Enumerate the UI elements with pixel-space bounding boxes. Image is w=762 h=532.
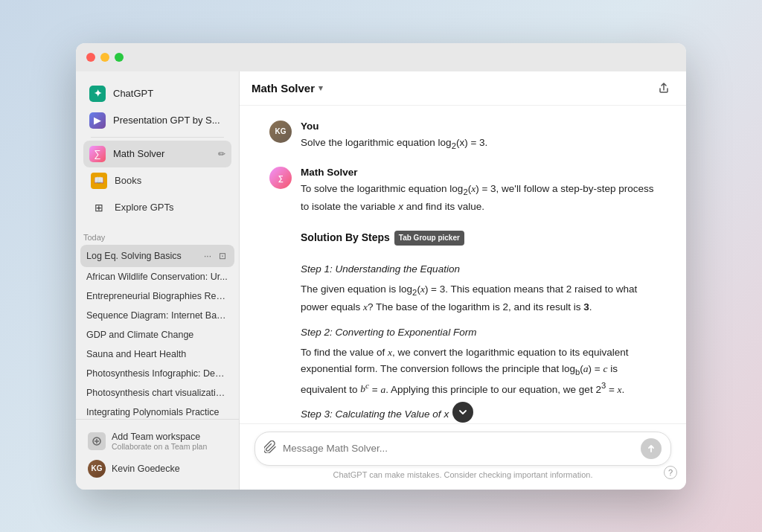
sidebar-item-explore[interactable]: ⊞ Explore GPTs (83, 194, 231, 221)
step-3-title: Step 3: Calculating the Value of x (301, 406, 656, 423)
bot-avatar: ∑ (269, 167, 292, 189)
more-icon[interactable]: ··· (202, 249, 214, 263)
attach-button[interactable] (264, 440, 277, 456)
user-avatar: KG (269, 121, 292, 143)
chat-input[interactable] (283, 443, 635, 454)
presentation-icon: ▶ (89, 112, 106, 129)
history-item-label: Photosynthesis Infographic: Desi... (86, 368, 228, 379)
sidebar-item-label: Presentation GPT by S... (113, 115, 220, 126)
solution-title-text: Solution By Steps (301, 229, 390, 246)
history-item-label: Integrating Polynomials Practice (86, 407, 228, 417)
add-team-label: Add Team workspace (112, 432, 207, 442)
history-item[interactable]: Sequence Diagram: Internet Basi... (80, 306, 234, 325)
step-1-title: Step 1: Understanding the Equation (301, 261, 656, 278)
solution-steps-title: Solution By Steps Tab Group picker (301, 229, 464, 246)
main-panel: Math Solver ▾ KG (240, 71, 686, 490)
title-text: Math Solver (252, 82, 315, 94)
user-item[interactable]: KG Kevin Goedecke (82, 455, 233, 482)
step-2-content: To find the value of x, we convert the l… (301, 344, 656, 397)
history-item[interactable]: Photosynthesis Infographic: Desi... (80, 364, 234, 383)
sidebar-item-label: ChatGPT (113, 88, 153, 99)
divider (91, 137, 224, 138)
new-chat-icon[interactable]: ⊡ (217, 249, 228, 263)
chat-history: Log Eq. Solving Basics ··· ⊡ African Wil… (76, 245, 239, 419)
sidebar-item-label: Explore GPTs (115, 202, 173, 213)
chevron-down-icon: ▾ (318, 83, 323, 93)
user-message: KG You Solve the logarithmic equation lo… (269, 121, 656, 153)
sidebar-item-chatgpt[interactable]: ✦ ChatGPT (83, 80, 231, 107)
history-item[interactable]: Entrepreneurial Biographies Reco... (80, 286, 234, 306)
history-item[interactable]: Log Eq. Solving Basics ··· ⊡ (80, 245, 234, 267)
history-item[interactable]: Photosynthesis chart visualization... (80, 383, 234, 403)
books-icon: 📖 (91, 173, 107, 189)
math-solver-icon: ∑ (89, 146, 106, 162)
bot-message-content: Math Solver To solve the logarithmic equ… (301, 167, 656, 423)
history-item-label: Sauna and Heart Health (86, 349, 228, 359)
history-item-label: Photosynthesis chart visualization... (86, 388, 228, 398)
main-wrapper: KG You Solve the logarithmic equation lo… (240, 106, 686, 490)
history-item[interactable]: Sauna and Heart Health (80, 344, 234, 364)
step-2-title: Step 2: Converting to Exponential Form (301, 324, 656, 341)
send-button[interactable] (641, 438, 662, 459)
user-message-content: You Solve the logarithmic equation log2(… (301, 121, 656, 153)
sidebar-item-presentation[interactable]: ▶ Presentation GPT by S... (83, 107, 231, 134)
close-button[interactable] (86, 53, 95, 62)
user-message-name: You (301, 121, 656, 132)
history-item-label: African Wildlife Conservation: Ur... (86, 272, 228, 282)
bot-message-name: Math Solver (301, 167, 656, 178)
help-button[interactable]: ? (664, 466, 677, 479)
maximize-button[interactable] (115, 53, 124, 62)
history-item[interactable]: Integrating Polynomials Practice (80, 403, 234, 419)
sidebar-item-books[interactable]: 📖 Books (83, 167, 231, 194)
today-label: Today (76, 227, 239, 245)
avatar: KG (88, 460, 106, 478)
history-item-label: Sequence Diagram: Internet Basi... (86, 310, 228, 321)
add-team-item[interactable]: Add Team workspace Collaborate on a Team… (82, 427, 233, 455)
add-team-text: Add Team workspace Collaborate on a Team… (112, 432, 207, 451)
bot-message-text: To solve the logarithmic equation log2(x… (301, 181, 656, 423)
titlebar (76, 43, 686, 71)
sidebar-item-math-solver[interactable]: ∑ Math Solver ✏ (83, 141, 231, 167)
chat-input-area: ChatGPT can make mistakes. Consider chec… (240, 423, 686, 490)
history-item[interactable]: GDP and Climate Change (80, 325, 234, 344)
history-item-label: GDP and Climate Change (86, 330, 228, 340)
history-item-label: Log Eq. Solving Basics (86, 251, 202, 261)
sidebar-bottom: Add Team workspace Collaborate on a Team… (76, 419, 239, 490)
history-item[interactable]: African Wildlife Conservation: Ur... (80, 267, 234, 286)
step-1-content: The given equation is log2(x) = 3. This … (301, 281, 656, 315)
disclaimer: ChatGPT can make mistakes. Consider chec… (254, 470, 671, 479)
chat-area[interactable]: KG You Solve the logarithmic equation lo… (240, 106, 686, 423)
history-item-actions: ··· ⊡ (202, 249, 228, 263)
user-message-text: Solve the logarithmic equation log2(x) =… (301, 135, 656, 153)
explore-icon: ⊞ (91, 199, 107, 216)
share-button[interactable] (653, 77, 674, 98)
sidebar: ✦ ChatGPT ▶ Presentation GPT by S... ∑ M… (76, 71, 240, 490)
sidebar-item-label: Math Solver (113, 148, 211, 159)
sidebar-item-label: Books (115, 175, 141, 186)
team-icon (88, 432, 106, 450)
chat-input-wrapper (254, 432, 671, 466)
minimize-button[interactable] (100, 53, 109, 62)
history-item-label: Entrepreneurial Biographies Reco... (86, 291, 228, 301)
scroll-down-button[interactable] (452, 402, 473, 423)
user-name: Kevin Goedecke (112, 464, 180, 474)
main-header: Math Solver ▾ (240, 71, 686, 106)
tab-group-picker[interactable]: Tab Group picker (394, 231, 464, 246)
edit-icon[interactable]: ✏ (218, 149, 225, 159)
add-team-sub: Collaborate on a Team plan (112, 442, 207, 451)
chatgpt-icon: ✦ (89, 86, 106, 102)
conversation-title[interactable]: Math Solver ▾ (252, 82, 323, 94)
bot-message: ∑ Math Solver To solve the logarithmic e… (269, 167, 656, 423)
